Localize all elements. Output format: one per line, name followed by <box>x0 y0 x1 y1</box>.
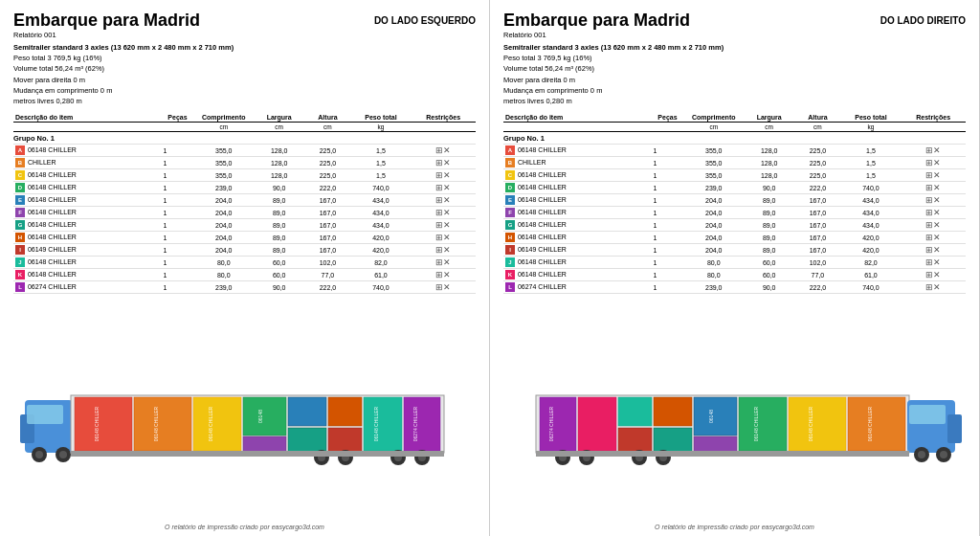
svg-text:06148: 06148 <box>708 410 714 423</box>
table-cell: 80,0 <box>193 257 254 269</box>
svg-rect-49 <box>848 397 905 451</box>
left-truck-svg: 06148 CHILLER 06148 CHILLER 06148 CHILLE… <box>15 347 475 472</box>
table-cell: 355,0 <box>683 157 744 169</box>
col-larg-right: Largura <box>744 113 794 123</box>
table-cell: 355,0 <box>193 145 254 157</box>
table-cell: 420,0 <box>351 232 412 244</box>
svg-rect-18 <box>288 428 326 453</box>
unit-comp-left: cm <box>193 123 254 132</box>
svg-text:06148 CHILLER: 06148 CHILLER <box>153 407 159 442</box>
table-cell: 740,0 <box>351 281 412 294</box>
table-row: B CHILLER1355,0128,0225,01,5⊞✕ <box>13 157 476 169</box>
table-row: B CHILLER1355,0128,0225,01,5⊞✕ <box>503 157 966 169</box>
table-cell: 225,0 <box>794 157 840 169</box>
table-cell: 355,0 <box>683 169 744 182</box>
table-cell: 1 <box>162 169 194 182</box>
table-cell: 420,0 <box>351 244 412 257</box>
table-cell: 222,0 <box>794 182 840 194</box>
table-row: H 06148 CHILLER1204,089,0167,0420,0⊞✕ <box>503 232 966 244</box>
table-cell: 204,0 <box>683 232 744 244</box>
svg-rect-37 <box>578 397 616 451</box>
table-cell: 89,0 <box>744 244 794 257</box>
table-cell: 1 <box>162 269 194 281</box>
table-cell: 740,0 <box>841 281 902 294</box>
unit-larg-left: cm <box>254 123 304 132</box>
right-free-meters: metros livres 0,280 m <box>503 96 966 106</box>
svg-point-4 <box>35 451 43 458</box>
table-row: L 06274 CHILLER1239,090,0222,0740,0⊞✕ <box>13 281 476 294</box>
table-cell: 204,0 <box>683 219 744 232</box>
table-cell: 1,5 <box>351 145 412 157</box>
table-cell: 204,0 <box>193 244 254 257</box>
table-cell: 61,0 <box>351 269 412 281</box>
table-cell: 434,0 <box>351 219 412 232</box>
left-free-meters: metros livres 0,280 m <box>13 96 476 106</box>
restriction-cell: ⊞✕ <box>411 207 476 219</box>
restriction-cell: ⊞✕ <box>411 219 476 232</box>
table-cell: 80,0 <box>683 257 744 269</box>
right-report: Relatório 001 <box>503 31 690 39</box>
table-cell: 239,0 <box>193 281 254 294</box>
table-cell: 167,0 <box>794 244 840 257</box>
left-footer: O relatório de impressão criado por easy… <box>13 522 476 530</box>
table-cell: 1 <box>652 145 684 157</box>
right-panel: Embarque para Madrid Relatório 001 DO LA… <box>490 0 980 536</box>
table-cell: 225,0 <box>794 169 840 182</box>
left-move: Mover para direita 0 m <box>13 75 476 85</box>
restriction-cell: ⊞✕ <box>411 269 476 281</box>
right-info: Semitrailer standard 3 axles (13 620 mm … <box>503 42 966 107</box>
table-cell: 90,0 <box>254 182 304 194</box>
table-cell: 420,0 <box>841 232 902 244</box>
svg-rect-47 <box>789 397 846 451</box>
svg-rect-42 <box>694 397 737 436</box>
table-cell: 1 <box>162 182 194 194</box>
restriction-cell: ⊞✕ <box>411 157 476 169</box>
table-cell: 167,0 <box>304 244 350 257</box>
table-row: A 06148 CHILLER1355,0128,0225,01,5⊞✕ <box>13 145 476 157</box>
table-row: J 06148 CHILLER180,060,0102,082,0⊞✕ <box>13 257 476 269</box>
unit-peso-left: kg <box>351 123 412 132</box>
table-cell: 60,0 <box>744 257 794 269</box>
restriction-cell: ⊞✕ <box>901 194 966 207</box>
table-row: K 06148 CHILLER180,060,077,061,0⊞✕ <box>13 269 476 281</box>
table-cell: 204,0 <box>683 207 744 219</box>
col-desc-right: Descrição do item <box>503 113 652 123</box>
right-truck-svg: 06274 CHILLER 06148 06148 CHILLER 06148 … <box>505 347 965 472</box>
table-cell: 204,0 <box>683 244 744 257</box>
table-cell: 434,0 <box>351 207 412 219</box>
table-cell: 1 <box>162 257 194 269</box>
col-desc-left: Descrição do item <box>13 113 162 123</box>
svg-rect-44 <box>694 436 737 453</box>
table-cell: 1 <box>652 207 684 219</box>
table-cell: 167,0 <box>794 219 840 232</box>
table-row: F 06148 CHILLER1204,089,0167,0434,0⊞✕ <box>503 207 966 219</box>
restriction-cell: ⊞✕ <box>901 169 966 182</box>
table-cell: 89,0 <box>254 207 304 219</box>
table-cell: 420,0 <box>841 244 902 257</box>
table-cell: 225,0 <box>304 145 350 157</box>
svg-rect-2 <box>27 405 63 424</box>
table-cell: 225,0 <box>304 169 350 182</box>
svg-rect-53 <box>909 405 946 424</box>
table-cell: 1,5 <box>841 145 902 157</box>
table-cell: 239,0 <box>193 182 254 194</box>
svg-rect-10 <box>134 397 191 451</box>
svg-text:06148 CHILLER: 06148 CHILLER <box>373 407 379 442</box>
right-weight: Peso total 3 769,5 kg (16%) <box>503 53 966 63</box>
table-cell: 222,0 <box>304 281 350 294</box>
restriction-cell: ⊞✕ <box>411 182 476 194</box>
table-row: H 06148 CHILLER1204,089,0167,0420,0⊞✕ <box>13 232 476 244</box>
svg-text:06148 CHILLER: 06148 CHILLER <box>867 407 873 442</box>
table-cell: 204,0 <box>193 232 254 244</box>
unit-alt-left: cm <box>304 123 350 132</box>
table-cell: 89,0 <box>254 194 304 207</box>
table-cell: 80,0 <box>683 269 744 281</box>
table-cell: 1 <box>162 207 194 219</box>
svg-rect-20 <box>328 428 362 453</box>
table-cell: 167,0 <box>304 219 350 232</box>
table-cell: 90,0 <box>254 281 304 294</box>
table-cell: 1 <box>652 244 684 257</box>
table-cell: 89,0 <box>254 219 304 232</box>
table-cell: 89,0 <box>254 232 304 244</box>
table-cell: 434,0 <box>351 194 412 207</box>
